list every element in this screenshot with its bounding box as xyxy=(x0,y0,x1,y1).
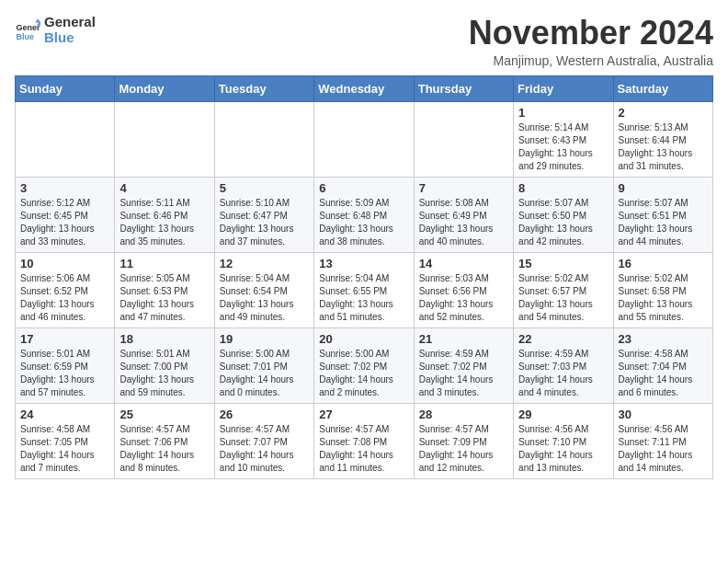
day-info: Sunrise: 4:59 AM Sunset: 7:02 PM Dayligh… xyxy=(419,348,508,399)
day-info: Sunrise: 5:05 AM Sunset: 6:53 PM Dayligh… xyxy=(119,272,209,324)
calendar-cell: 14Sunrise: 5:03 AM Sunset: 6:56 PM Dayli… xyxy=(414,252,513,327)
calendar-cell xyxy=(414,101,513,177)
day-info: Sunrise: 5:07 AM Sunset: 6:51 PM Dayligh… xyxy=(619,197,708,248)
day-info: Sunrise: 4:58 AM Sunset: 7:04 PM Dayligh… xyxy=(619,348,708,399)
calendar-cell: 23Sunrise: 4:58 AM Sunset: 7:04 PM Dayli… xyxy=(613,327,712,403)
day-number: 5 xyxy=(220,181,309,195)
calendar-cell: 22Sunrise: 4:59 AM Sunset: 7:03 PM Dayli… xyxy=(514,327,613,403)
calendar-cell: 30Sunrise: 4:56 AM Sunset: 7:11 PM Dayli… xyxy=(613,403,712,478)
page-header: General Blue General Blue November 2024 … xyxy=(15,15,713,68)
day-number: 3 xyxy=(20,181,109,195)
calendar-cell: 26Sunrise: 4:57 AM Sunset: 7:07 PM Dayli… xyxy=(214,403,313,478)
calendar-cell: 21Sunrise: 4:59 AM Sunset: 7:02 PM Dayli… xyxy=(414,327,513,403)
calendar-cell: 13Sunrise: 5:04 AM Sunset: 6:55 PM Dayli… xyxy=(314,252,414,327)
day-number: 21 xyxy=(419,332,508,346)
logo-icon: General Blue xyxy=(15,17,40,43)
weekday-header-sunday: Sunday xyxy=(16,75,115,101)
day-info: Sunrise: 5:12 AM Sunset: 6:45 PM Dayligh… xyxy=(20,197,109,248)
week-row-4: 17Sunrise: 5:01 AM Sunset: 6:59 PM Dayli… xyxy=(16,327,713,403)
week-row-1: 1Sunrise: 5:14 AM Sunset: 6:43 PM Daylig… xyxy=(16,101,713,177)
weekday-header-tuesday: Tuesday xyxy=(214,75,313,101)
svg-marker-2 xyxy=(35,18,40,22)
weekday-header-thursday: Thursday xyxy=(414,75,513,101)
day-number: 25 xyxy=(119,408,209,421)
calendar-cell: 17Sunrise: 5:01 AM Sunset: 6:59 PM Dayli… xyxy=(16,327,115,403)
day-number: 14 xyxy=(419,257,508,270)
day-number: 20 xyxy=(319,332,408,346)
day-number: 2 xyxy=(619,106,708,120)
calendar-cell xyxy=(314,101,414,177)
week-row-3: 10Sunrise: 5:06 AM Sunset: 6:52 PM Dayli… xyxy=(16,252,713,327)
day-number: 11 xyxy=(119,257,209,270)
day-info: Sunrise: 4:57 AM Sunset: 7:07 PM Dayligh… xyxy=(220,423,309,475)
day-info: Sunrise: 5:08 AM Sunset: 6:49 PM Dayligh… xyxy=(419,197,508,248)
day-info: Sunrise: 5:01 AM Sunset: 7:00 PM Dayligh… xyxy=(119,348,209,399)
week-row-5: 24Sunrise: 4:58 AM Sunset: 7:05 PM Dayli… xyxy=(16,403,713,478)
day-info: Sunrise: 5:04 AM Sunset: 6:55 PM Dayligh… xyxy=(319,272,408,324)
day-info: Sunrise: 5:02 AM Sunset: 6:58 PM Dayligh… xyxy=(619,272,708,324)
day-number: 18 xyxy=(119,332,209,346)
calendar-cell xyxy=(214,101,313,177)
svg-text:Blue: Blue xyxy=(16,31,34,40)
day-info: Sunrise: 5:03 AM Sunset: 6:56 PM Dayligh… xyxy=(419,272,508,324)
day-number: 19 xyxy=(220,332,309,346)
logo-blue: Blue xyxy=(44,30,96,46)
day-number: 6 xyxy=(319,181,408,195)
calendar-cell xyxy=(115,101,214,177)
weekday-header-wednesday: Wednesday xyxy=(314,75,414,101)
calendar-cell: 2Sunrise: 5:13 AM Sunset: 6:44 PM Daylig… xyxy=(613,101,712,177)
day-number: 23 xyxy=(619,332,708,346)
day-info: Sunrise: 4:56 AM Sunset: 7:10 PM Dayligh… xyxy=(518,423,608,475)
svg-text:General: General xyxy=(16,23,40,32)
day-info: Sunrise: 5:00 AM Sunset: 7:01 PM Dayligh… xyxy=(220,348,309,399)
calendar-cell: 28Sunrise: 4:57 AM Sunset: 7:09 PM Dayli… xyxy=(414,403,513,478)
day-number: 16 xyxy=(619,257,708,270)
day-number: 24 xyxy=(20,408,109,421)
day-info: Sunrise: 4:56 AM Sunset: 7:11 PM Dayligh… xyxy=(619,423,708,475)
calendar-cell: 16Sunrise: 5:02 AM Sunset: 6:58 PM Dayli… xyxy=(613,252,712,327)
day-info: Sunrise: 5:06 AM Sunset: 6:52 PM Dayligh… xyxy=(20,272,109,324)
calendar-cell: 6Sunrise: 5:09 AM Sunset: 6:48 PM Daylig… xyxy=(314,177,414,252)
day-number: 13 xyxy=(319,257,408,270)
day-number: 28 xyxy=(419,408,508,421)
day-info: Sunrise: 5:00 AM Sunset: 7:02 PM Dayligh… xyxy=(319,348,408,399)
calendar-cell: 5Sunrise: 5:10 AM Sunset: 6:47 PM Daylig… xyxy=(214,177,313,252)
calendar-cell: 29Sunrise: 4:56 AM Sunset: 7:10 PM Dayli… xyxy=(514,403,613,478)
day-info: Sunrise: 5:10 AM Sunset: 6:47 PM Dayligh… xyxy=(220,197,309,248)
calendar-cell: 8Sunrise: 5:07 AM Sunset: 6:50 PM Daylig… xyxy=(514,177,613,252)
calendar-cell: 11Sunrise: 5:05 AM Sunset: 6:53 PM Dayli… xyxy=(115,252,214,327)
day-number: 29 xyxy=(518,408,608,421)
weekday-header-monday: Monday xyxy=(115,75,214,101)
weekday-header-row: SundayMondayTuesdayWednesdayThursdayFrid… xyxy=(16,75,713,101)
day-number: 7 xyxy=(419,181,508,195)
day-info: Sunrise: 5:11 AM Sunset: 6:46 PM Dayligh… xyxy=(119,197,209,248)
day-info: Sunrise: 4:57 AM Sunset: 7:08 PM Dayligh… xyxy=(319,423,408,475)
calendar-cell: 10Sunrise: 5:06 AM Sunset: 6:52 PM Dayli… xyxy=(16,252,115,327)
location: Manjimup, Western Australia, Australia xyxy=(469,53,713,68)
day-info: Sunrise: 5:04 AM Sunset: 6:54 PM Dayligh… xyxy=(220,272,309,324)
day-number: 12 xyxy=(220,257,309,270)
title-section: November 2024 Manjimup, Western Australi… xyxy=(469,15,713,68)
calendar-cell: 3Sunrise: 5:12 AM Sunset: 6:45 PM Daylig… xyxy=(16,177,115,252)
calendar-cell: 15Sunrise: 5:02 AM Sunset: 6:57 PM Dayli… xyxy=(514,252,613,327)
calendar-cell: 24Sunrise: 4:58 AM Sunset: 7:05 PM Dayli… xyxy=(16,403,115,478)
weekday-header-saturday: Saturday xyxy=(613,75,712,101)
day-number: 10 xyxy=(20,257,109,270)
calendar-cell: 19Sunrise: 5:00 AM Sunset: 7:01 PM Dayli… xyxy=(214,327,313,403)
weekday-header-friday: Friday xyxy=(514,75,613,101)
day-info: Sunrise: 5:09 AM Sunset: 6:48 PM Dayligh… xyxy=(319,197,408,248)
day-number: 15 xyxy=(518,257,608,270)
calendar-cell: 27Sunrise: 4:57 AM Sunset: 7:08 PM Dayli… xyxy=(314,403,414,478)
day-number: 9 xyxy=(619,181,708,195)
day-info: Sunrise: 4:57 AM Sunset: 7:06 PM Dayligh… xyxy=(119,423,209,475)
day-info: Sunrise: 4:59 AM Sunset: 7:03 PM Dayligh… xyxy=(518,348,608,399)
logo-general: General xyxy=(44,15,96,30)
week-row-2: 3Sunrise: 5:12 AM Sunset: 6:45 PM Daylig… xyxy=(16,177,713,252)
calendar: SundayMondayTuesdayWednesdayThursdayFrid… xyxy=(15,75,713,479)
day-number: 26 xyxy=(220,408,309,421)
calendar-cell xyxy=(16,101,115,177)
day-number: 22 xyxy=(518,332,608,346)
day-number: 4 xyxy=(119,181,209,195)
day-info: Sunrise: 5:02 AM Sunset: 6:57 PM Dayligh… xyxy=(518,272,608,324)
day-number: 1 xyxy=(518,106,608,120)
